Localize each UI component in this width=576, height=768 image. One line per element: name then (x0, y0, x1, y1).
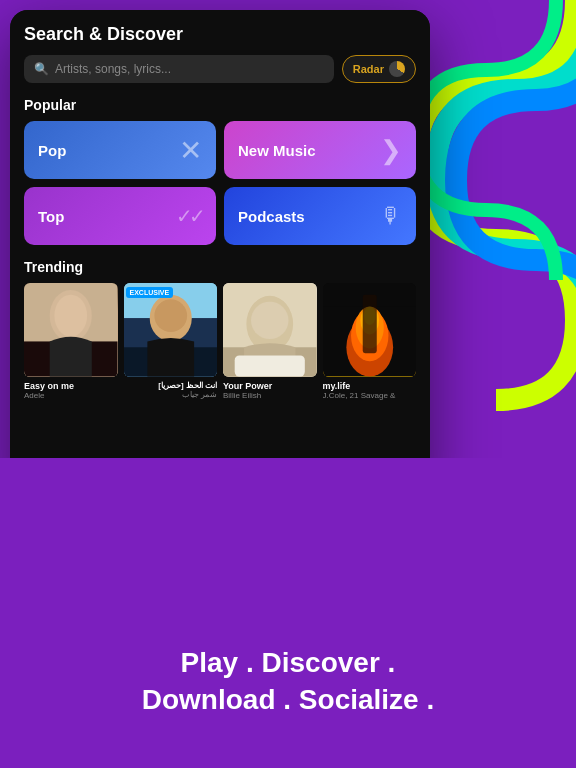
category-pop-icon: ✕ (179, 134, 202, 167)
bottom-section: Play . Discover . Download . Socialize . (0, 458, 576, 768)
trending-name-easy-on-me: Easy on me (24, 381, 118, 391)
album-art-mylife (323, 283, 417, 377)
popular-section-title: Popular (24, 97, 416, 113)
trending-name-my-life: my.life (323, 381, 417, 391)
trending-item-easy-on-me[interactable]: Easy on me Adele (24, 283, 118, 400)
category-top-label: Top (38, 208, 64, 225)
tagline-line2: Download . Socialize . (142, 682, 435, 718)
trending-artist-adele: Adele (24, 391, 118, 400)
category-top-icon: ✓✓ (176, 204, 202, 228)
album-art-adele (24, 283, 118, 377)
thumb-my-life (323, 283, 417, 377)
category-new-music-icon: ❯ (380, 135, 402, 166)
trending-artist-arabic: شمر جياب (124, 390, 218, 399)
trending-item-my-life[interactable]: my.life J.Cole, 21 Savage & (323, 283, 417, 400)
thumb-your-power (223, 283, 317, 377)
svg-point-11 (251, 302, 288, 339)
search-input-wrap[interactable]: 🔍 Artists, songs, lyrics... (24, 55, 334, 83)
trending-grid: Easy on me Adele (24, 283, 416, 400)
category-pop[interactable]: Pop ✕ (24, 121, 216, 179)
search-icon: 🔍 (34, 62, 49, 76)
trending-section-title: Trending (24, 259, 416, 275)
category-new-music[interactable]: New Music ❯ (224, 121, 416, 179)
category-top[interactable]: Top ✓✓ (24, 187, 216, 245)
tagline-line1: Play . Discover . (142, 645, 435, 681)
exclusive-badge: EXCLUSIVE (126, 287, 174, 298)
search-bar: 🔍 Artists, songs, lyrics... Radar (24, 55, 416, 83)
trending-artist-billie: Billie Eilish (223, 391, 317, 400)
search-placeholder-text: Artists, songs, lyrics... (55, 62, 171, 76)
trending-section: Trending (24, 259, 416, 400)
svg-point-7 (154, 299, 187, 332)
thumb-easy-on-me (24, 283, 118, 377)
tagline: Play . Discover . Download . Socialize . (142, 645, 435, 738)
album-art-billie (223, 283, 317, 377)
category-podcasts[interactable]: Podcasts 🎙 (224, 187, 416, 245)
category-podcasts-label: Podcasts (238, 208, 305, 225)
svg-rect-13 (235, 355, 305, 376)
category-podcasts-icon: 🎙 (380, 203, 402, 229)
trending-item-your-power[interactable]: Your Power Billie Eilish (223, 283, 317, 400)
radar-icon (389, 61, 405, 77)
radar-label: Radar (353, 63, 384, 75)
svg-rect-21 (362, 295, 376, 353)
tablet-device: Search & Discover 🔍 Artists, songs, lyri… (10, 10, 430, 500)
trending-artist-jcole: J.Cole, 21 Savage & (323, 391, 417, 400)
category-grid: Pop ✕ New Music ❯ Top ✓✓ Podcasts 🎙 (24, 121, 416, 245)
svg-point-2 (54, 295, 87, 337)
category-pop-label: Pop (38, 142, 66, 159)
radar-button[interactable]: Radar (342, 55, 416, 83)
trending-name-your-power: Your Power (223, 381, 317, 391)
decorative-arcs-right (416, 0, 576, 420)
trending-name-arabic: أنت الحظ [حصريا] (124, 381, 218, 390)
thumb-arabic: EXCLUSIVE (124, 283, 218, 377)
category-new-music-label: New Music (238, 142, 316, 159)
app-header: Search & Discover (24, 24, 416, 45)
trending-item-arabic[interactable]: EXCLUSIVE أنت الحظ [حصريا] شمر جياب (124, 283, 218, 400)
